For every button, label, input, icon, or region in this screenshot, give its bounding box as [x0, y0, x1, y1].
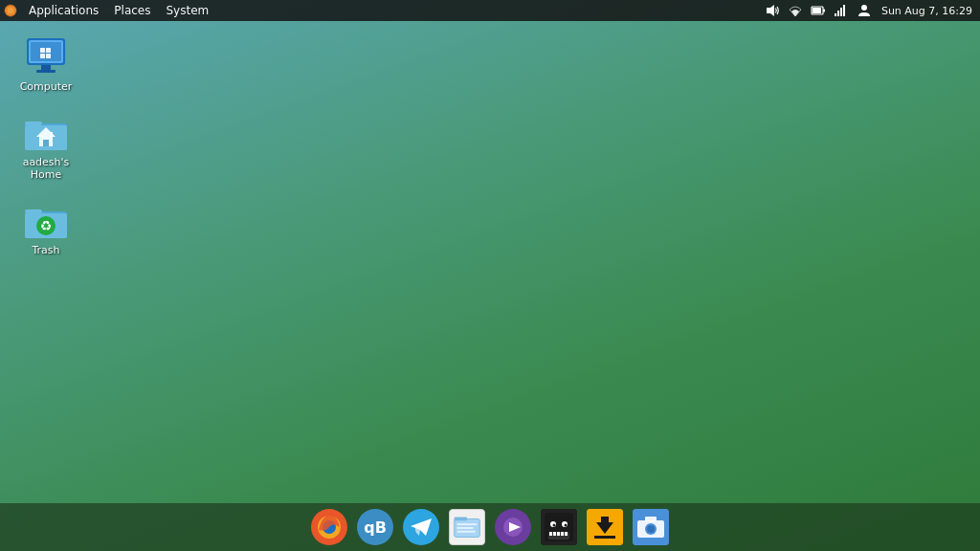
svg-rect-21	[25, 121, 42, 125]
svg-rect-55	[553, 532, 556, 536]
svg-rect-67	[645, 517, 657, 521]
svg-rect-25	[43, 140, 49, 146]
computer-label: Computer	[20, 80, 73, 93]
signal-icon	[832, 1, 851, 20]
svg-rect-40	[455, 518, 467, 521]
system-logo-icon[interactable]	[0, 0, 21, 21]
computer-icon[interactable]: Computer	[8, 29, 84, 97]
telegram-icon	[403, 509, 439, 545]
menubar-left: Applications Places System	[0, 0, 763, 21]
terminal-dock-item[interactable]	[538, 506, 580, 548]
svg-rect-41	[457, 523, 478, 525]
menubar: Applications Places System	[0, 0, 980, 21]
svg-rect-54	[549, 532, 552, 536]
svg-rect-61	[601, 517, 609, 526]
svg-point-66	[647, 525, 655, 533]
svg-rect-42	[457, 527, 474, 529]
svg-marker-2	[767, 5, 774, 16]
svg-point-51	[553, 524, 556, 527]
home-icon-image	[23, 108, 69, 154]
svg-rect-7	[837, 11, 839, 16]
svg-rect-58	[565, 532, 568, 536]
telegram-dock-item[interactable]	[400, 506, 442, 548]
user-icon[interactable]	[855, 1, 874, 20]
battery-icon[interactable]	[809, 1, 828, 20]
svg-point-1	[8, 8, 14, 14]
firefox-icon	[311, 509, 347, 545]
qbittorrent-icon: qB	[357, 509, 393, 545]
svg-rect-26	[50, 132, 53, 137]
desktop: Applications Places System	[0, 0, 980, 551]
trash-icon-image: ♻	[23, 196, 69, 242]
svg-rect-18	[40, 54, 45, 58]
svg-rect-17	[46, 48, 51, 53]
desktop-icons: Computer aadesh's Home	[8, 29, 84, 260]
svg-rect-6	[835, 13, 836, 16]
files-icon	[449, 509, 485, 545]
taskbar: qB	[0, 503, 980, 551]
svg-rect-9	[843, 5, 845, 16]
media-player-icon	[495, 509, 531, 545]
files-dock-item[interactable]	[446, 506, 488, 548]
firefox-dock-item[interactable]	[308, 506, 350, 548]
system-menu[interactable]: System	[158, 0, 216, 21]
svg-rect-16	[40, 48, 45, 53]
svg-rect-14	[41, 65, 51, 70]
svg-point-52	[565, 524, 568, 527]
svg-point-10	[861, 5, 867, 11]
svg-rect-62	[594, 536, 615, 539]
svg-rect-56	[557, 532, 560, 536]
computer-icon-image	[23, 33, 69, 78]
media-player-dock-item[interactable]	[492, 506, 534, 548]
home-folder-icon[interactable]: aadesh's Home	[8, 104, 84, 185]
network-icon[interactable]	[786, 1, 805, 20]
svg-rect-57	[561, 532, 564, 536]
menubar-right: Sun Aug 7, 16:29	[763, 1, 980, 20]
svg-text:qB: qB	[364, 518, 387, 537]
trash-label: Trash	[32, 244, 59, 256]
screenshot-dock-item[interactable]	[630, 506, 672, 548]
svg-rect-8	[840, 8, 842, 16]
clock: Sun Aug 7, 16:29	[878, 5, 972, 17]
svg-text:♻: ♻	[40, 218, 53, 233]
svg-rect-28	[25, 209, 42, 213]
svg-rect-15	[36, 70, 56, 73]
trash-icon[interactable]: ♻ Trash	[8, 192, 84, 260]
qbittorrent-dock-item[interactable]: qB	[354, 506, 396, 548]
svg-rect-5	[813, 8, 821, 13]
screenshot-icon	[633, 509, 669, 545]
downloader-icon	[587, 509, 623, 545]
svg-rect-4	[823, 10, 825, 12]
svg-rect-19	[46, 54, 51, 58]
places-menu[interactable]: Places	[106, 0, 158, 21]
terminal-icon	[541, 509, 577, 545]
downloader-dock-item[interactable]	[584, 506, 626, 548]
svg-rect-43	[457, 531, 476, 533]
home-label: aadesh's Home	[11, 156, 80, 181]
volume-icon[interactable]	[763, 1, 782, 20]
applications-menu[interactable]: Applications	[21, 0, 106, 21]
